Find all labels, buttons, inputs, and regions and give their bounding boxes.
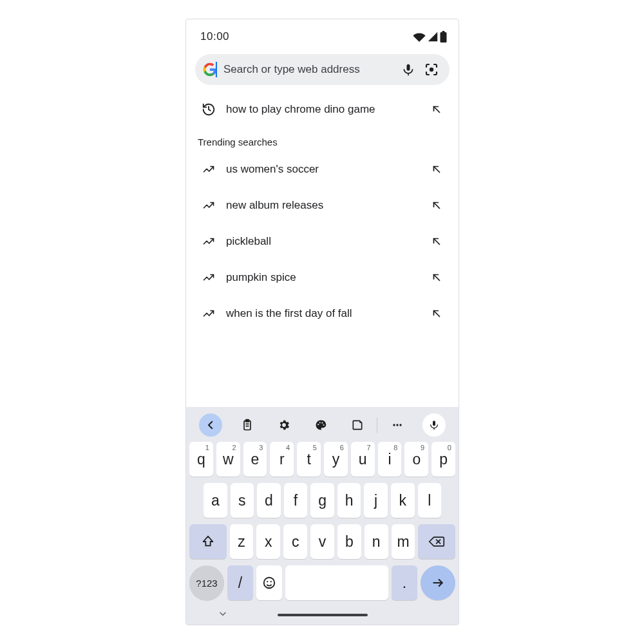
key-w[interactable]: w2 bbox=[216, 442, 240, 477]
more-button[interactable] bbox=[379, 419, 415, 431]
search-input[interactable] bbox=[217, 63, 397, 76]
svg-point-19 bbox=[399, 424, 401, 426]
suggestion-label: how to play chrome dino game bbox=[218, 103, 428, 116]
toolbar-separator bbox=[377, 417, 377, 433]
key-g[interactable]: g bbox=[310, 483, 334, 518]
insert-arrow-icon[interactable] bbox=[428, 200, 446, 211]
phone-frame: 10:00 bbox=[185, 19, 459, 625]
svg-point-16 bbox=[323, 424, 325, 426]
suggestion-label: pumpkin spice bbox=[218, 271, 428, 284]
voice-search-button[interactable] bbox=[397, 58, 420, 81]
svg-point-18 bbox=[396, 424, 398, 426]
svg-point-24 bbox=[270, 581, 272, 582]
svg-rect-10 bbox=[246, 420, 249, 422]
key-y[interactable]: y6 bbox=[324, 442, 348, 477]
cell-signal-icon bbox=[427, 32, 439, 42]
settings-button[interactable] bbox=[266, 419, 303, 431]
trending-suggestion[interactable]: when is the first day of fall bbox=[187, 296, 457, 332]
key-p[interactable]: p0 bbox=[431, 442, 455, 477]
svg-line-6 bbox=[434, 239, 440, 245]
trending-suggestion[interactable]: us women's soccer bbox=[187, 151, 457, 187]
emoji-key[interactable] bbox=[256, 565, 282, 600]
lens-button[interactable] bbox=[420, 58, 443, 81]
svg-line-8 bbox=[434, 311, 440, 317]
trending-icon bbox=[199, 200, 218, 211]
insert-arrow-icon[interactable] bbox=[428, 236, 446, 247]
period-key[interactable]: . bbox=[392, 565, 417, 600]
clipboard-button[interactable] bbox=[229, 419, 266, 431]
svg-point-17 bbox=[393, 424, 395, 426]
key-f[interactable]: f bbox=[284, 483, 308, 518]
shift-key[interactable] bbox=[189, 524, 227, 559]
key-x[interactable]: x bbox=[256, 524, 280, 559]
svg-line-7 bbox=[434, 275, 440, 281]
theme-button[interactable] bbox=[303, 419, 339, 431]
trending-icon bbox=[199, 236, 218, 247]
key-h[interactable]: h bbox=[337, 483, 361, 518]
key-l[interactable]: l bbox=[418, 483, 442, 518]
key-k[interactable]: k bbox=[391, 483, 415, 518]
svg-line-5 bbox=[434, 203, 440, 209]
svg-rect-1 bbox=[442, 31, 445, 33]
svg-point-23 bbox=[267, 581, 268, 582]
suggestion-label: new album releases bbox=[218, 199, 428, 212]
insert-arrow-icon[interactable] bbox=[428, 164, 446, 175]
svg-point-2 bbox=[430, 68, 433, 71]
google-logo-icon bbox=[203, 62, 217, 77]
system-nav-bar bbox=[186, 605, 459, 625]
history-suggestion[interactable]: how to play chrome dino game bbox=[187, 91, 457, 128]
trending-suggestion[interactable]: new album releases bbox=[187, 187, 457, 223]
suggestion-label: when is the first day of fall bbox=[218, 307, 428, 320]
key-c[interactable]: c bbox=[283, 524, 307, 559]
status-bar: 10:00 bbox=[186, 19, 459, 48]
key-a[interactable]: a bbox=[204, 483, 227, 518]
battery-icon bbox=[440, 31, 447, 43]
key-z[interactable]: z bbox=[230, 524, 254, 559]
trending-heading: Trending searches bbox=[187, 128, 457, 151]
space-key[interactable] bbox=[285, 565, 388, 600]
history-icon bbox=[199, 102, 218, 117]
backspace-key[interactable] bbox=[418, 524, 455, 559]
key-i[interactable]: i8 bbox=[378, 442, 402, 477]
clock: 10:00 bbox=[200, 30, 229, 43]
enter-key[interactable] bbox=[421, 565, 455, 600]
key-j[interactable]: j bbox=[364, 483, 388, 518]
keyboard-voice-button[interactable] bbox=[422, 413, 446, 437]
svg-line-4 bbox=[434, 167, 440, 173]
trending-suggestion[interactable]: pumpkin spice bbox=[187, 260, 457, 296]
slash-key[interactable]: / bbox=[227, 565, 253, 600]
omnibox[interactable] bbox=[195, 54, 450, 85]
gesture-handle[interactable] bbox=[278, 614, 368, 616]
key-n[interactable]: n bbox=[365, 524, 388, 559]
suggestion-label: us women's soccer bbox=[218, 163, 428, 176]
key-t[interactable]: t5 bbox=[297, 442, 321, 477]
insert-arrow-icon[interactable] bbox=[428, 104, 446, 115]
key-r[interactable]: r4 bbox=[270, 442, 294, 477]
key-m[interactable]: m bbox=[392, 524, 415, 559]
keyboard-toolbar bbox=[186, 411, 459, 439]
insert-arrow-icon[interactable] bbox=[428, 308, 446, 319]
trending-icon bbox=[199, 308, 218, 319]
key-d[interactable]: d bbox=[257, 483, 281, 518]
trending-icon bbox=[199, 272, 218, 283]
suggestion-label: pickleball bbox=[218, 235, 428, 248]
svg-point-22 bbox=[264, 578, 275, 589]
trending-suggestion[interactable]: pickleball bbox=[187, 223, 457, 260]
sticker-button[interactable] bbox=[339, 419, 375, 431]
suggestions: how to play chrome dino game Trending se… bbox=[186, 89, 459, 332]
key-u[interactable]: u7 bbox=[351, 442, 375, 477]
key-b[interactable]: b bbox=[337, 524, 361, 559]
keyboard-collapse-icon[interactable] bbox=[217, 609, 229, 621]
svg-point-13 bbox=[317, 424, 319, 425]
keyboard: q1w2e3r4t5y6u7i8o9p0 asdfghjkl zxcvbnm ?… bbox=[186, 407, 459, 625]
key-v[interactable]: v bbox=[310, 524, 334, 559]
key-e[interactable]: e3 bbox=[243, 442, 267, 477]
key-q[interactable]: q1 bbox=[189, 442, 213, 477]
key-s[interactable]: s bbox=[231, 483, 254, 518]
symbols-key[interactable]: ?123 bbox=[189, 565, 224, 600]
keyboard-back-button[interactable] bbox=[199, 413, 222, 437]
svg-rect-0 bbox=[440, 32, 447, 43]
key-o[interactable]: o9 bbox=[404, 442, 428, 477]
insert-arrow-icon[interactable] bbox=[428, 272, 446, 283]
svg-point-14 bbox=[319, 422, 321, 423]
